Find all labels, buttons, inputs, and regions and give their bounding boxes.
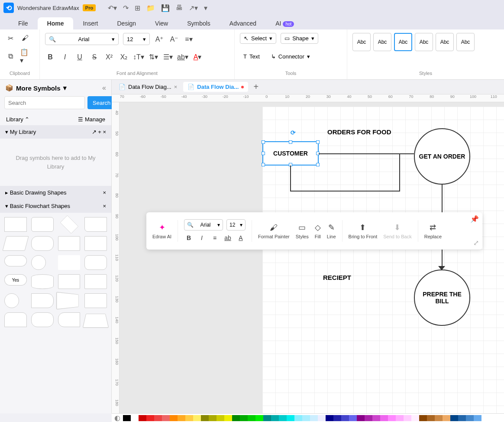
color-swatch[interactable] xyxy=(388,415,396,421)
shape-cylinder[interactable] xyxy=(31,274,54,289)
color-swatch[interactable] xyxy=(419,415,427,421)
shape-diamond[interactable] xyxy=(60,215,78,234)
color-swatch[interactable] xyxy=(341,415,349,421)
ft-bring-front[interactable]: ⬆Bring to Front xyxy=(349,223,378,239)
color-swatch[interactable] xyxy=(396,415,404,421)
sidebar-title[interactable]: 📦 More Symbols▾ xyxy=(5,84,67,92)
subscript-icon[interactable]: X₂ xyxy=(119,52,129,62)
connector-3c[interactable] xyxy=(399,153,400,192)
color-swatch[interactable] xyxy=(302,415,310,421)
color-swatch[interactable] xyxy=(466,415,474,421)
shape-user[interactable] xyxy=(84,255,107,270)
tab-advanced[interactable]: Advanced xyxy=(220,17,266,29)
align-icon[interactable]: ≡▾ xyxy=(184,34,194,44)
color-swatch[interactable] xyxy=(333,415,341,421)
color-swatch[interactable] xyxy=(427,415,435,421)
color-swatch[interactable] xyxy=(474,415,481,421)
doc-tab-2[interactable]: 📄 Data Flow Dia... xyxy=(183,82,248,92)
ft-send-back[interactable]: ⬇Send to Back xyxy=(383,223,411,239)
tab-view[interactable]: View xyxy=(145,17,178,29)
new-icon[interactable]: ⊞ xyxy=(135,4,140,12)
sidebar-collapse-icon[interactable]: « xyxy=(102,84,106,92)
basic-flowchart-section[interactable]: ▾ Basic Flowchart Shapes × xyxy=(0,199,111,213)
format-painter-icon[interactable]: 🖌 xyxy=(20,33,30,43)
connector-button[interactable]: ↳ Connector ▾ xyxy=(268,52,313,62)
shape-pill[interactable] xyxy=(31,236,54,251)
ft-size-select[interactable]: 12▾ xyxy=(226,219,246,230)
bold-icon[interactable]: B xyxy=(45,52,55,62)
add-tab-button[interactable]: + xyxy=(250,82,262,92)
color-swatch[interactable] xyxy=(365,415,372,421)
color-swatch[interactable] xyxy=(357,415,365,421)
text-button[interactable]: T Text xyxy=(240,52,263,62)
ft-align-icon[interactable]: ≡ xyxy=(210,233,220,243)
style-swatch-4[interactable]: Abc xyxy=(415,33,433,51)
color-swatch[interactable] xyxy=(279,415,287,421)
shape-parallelogram[interactable] xyxy=(2,236,29,251)
shape-circle2[interactable] xyxy=(4,293,19,308)
shape-prepre-bill[interactable]: PREPRE THE BILL xyxy=(414,269,470,326)
color-swatch[interactable] xyxy=(123,415,131,421)
mylib-add-icon[interactable]: + xyxy=(98,129,101,135)
color-swatch[interactable] xyxy=(271,415,279,421)
strike-icon[interactable]: S̶ xyxy=(89,52,100,62)
text-direction-icon[interactable]: ↕T▾ xyxy=(133,52,144,62)
label-orders-for-food[interactable]: ORDERS FOR FOOD xyxy=(327,128,391,136)
color-swatch[interactable] xyxy=(294,415,302,421)
size-select[interactable]: 12 ▾ xyxy=(123,33,150,45)
search-input[interactable] xyxy=(4,96,85,109)
tab-file[interactable]: File xyxy=(9,17,38,29)
copy-icon[interactable]: ⧉ xyxy=(5,51,16,62)
rotate-handle[interactable]: ⟳ xyxy=(291,129,296,136)
ft-italic-icon[interactable]: I xyxy=(197,233,207,243)
shape-subprocess[interactable] xyxy=(58,236,81,251)
shape-tape[interactable] xyxy=(4,312,27,327)
export-icon[interactable]: ↗▾ xyxy=(189,4,198,12)
font-select[interactable]: 🔍 Arial ▾ xyxy=(45,33,119,45)
color-swatch[interactable] xyxy=(170,415,178,421)
tab-ai[interactable]: AIhot xyxy=(266,17,304,29)
color-swatch[interactable] xyxy=(193,415,201,421)
close-icon[interactable]: × xyxy=(174,84,178,90)
color-dropper-icon[interactable]: ◐ xyxy=(112,414,123,422)
page[interactable]: CUSTOMER ⟳ ORDERS FOR FOOD GET AN ORDER … xyxy=(262,107,504,413)
color-swatch[interactable] xyxy=(411,415,419,421)
style-swatch-3[interactable]: Abc xyxy=(394,33,412,51)
style-swatch-1[interactable]: Abc xyxy=(352,33,371,51)
line-spacing-icon[interactable]: ⇅▾ xyxy=(148,52,158,62)
color-swatch[interactable] xyxy=(232,415,240,421)
manage-button[interactable]: ☰ Manage xyxy=(78,116,105,123)
bullets-icon[interactable]: ☰▾ xyxy=(163,52,173,62)
shape-yes[interactable]: Yes xyxy=(4,274,27,286)
more-icon[interactable]: ▾ xyxy=(204,4,207,12)
shape-get-order[interactable]: GET AN ORDER xyxy=(414,128,470,185)
color-swatch[interactable] xyxy=(458,415,466,421)
shape-predefined[interactable] xyxy=(84,236,107,251)
shape-manual[interactable] xyxy=(56,292,78,310)
color-swatch[interactable] xyxy=(224,415,232,421)
color-swatch[interactable] xyxy=(263,415,271,421)
ft-styles[interactable]: ▭Styles xyxy=(296,223,309,239)
mylibrary-dropzone[interactable]: Drag symbols here to add to My Library xyxy=(4,143,107,182)
color-swatch[interactable] xyxy=(146,415,154,421)
connector-3b[interactable] xyxy=(290,191,400,192)
pin-icon[interactable]: 📌 xyxy=(470,215,479,223)
shape-delay[interactable] xyxy=(58,312,81,327)
font-color-icon[interactable]: A▾ xyxy=(192,52,203,62)
expand-icon[interactable]: ⤢ xyxy=(473,239,479,247)
shape-card[interactable] xyxy=(58,274,81,289)
ft-highlight-icon[interactable]: ab xyxy=(223,233,233,243)
print-icon[interactable]: 🖶 xyxy=(176,4,183,12)
open-icon[interactable]: 📁 xyxy=(146,4,155,12)
color-swatch[interactable] xyxy=(185,415,193,421)
color-swatch[interactable] xyxy=(178,415,185,421)
color-swatch[interactable] xyxy=(131,415,139,421)
style-swatch-5[interactable]: Abc xyxy=(436,33,454,51)
ft-font-select[interactable]: 🔍Arial▾ xyxy=(184,219,223,230)
color-swatch[interactable] xyxy=(209,415,216,421)
color-swatch[interactable] xyxy=(404,415,411,421)
ft-replace[interactable]: ⇄Replace xyxy=(424,223,442,239)
select-button[interactable]: ↖ Select ▾ xyxy=(240,33,276,44)
shape-rectangle[interactable] xyxy=(4,217,27,232)
color-swatch[interactable] xyxy=(310,415,318,421)
